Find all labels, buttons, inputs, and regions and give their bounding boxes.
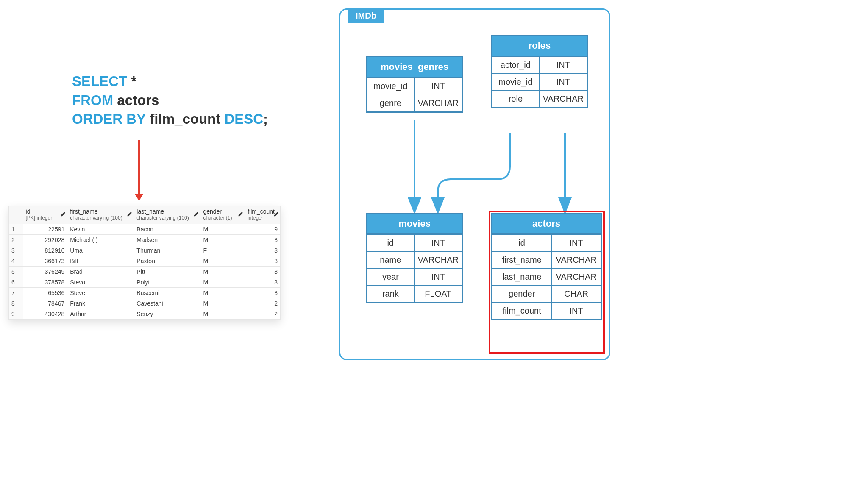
cell: M bbox=[200, 267, 245, 277]
row-number: 7 bbox=[9, 288, 23, 298]
entity-header: movies_genres bbox=[367, 57, 462, 78]
entity-column-row: yearINT bbox=[367, 269, 462, 286]
entity-columns: movie_idINTgenreVARCHAR bbox=[367, 78, 462, 112]
entity-column-name: gender bbox=[492, 286, 552, 303]
table-row: 122591KevinBaconM9 bbox=[9, 224, 281, 235]
row-number: 8 bbox=[9, 298, 23, 309]
entity-column-name: id bbox=[492, 235, 552, 252]
entity-columns: idINTnameVARCHARyearINTrankFLOAT bbox=[367, 234, 462, 303]
entity-column-type: INT bbox=[539, 74, 587, 91]
entity-column-row: film_countINT bbox=[492, 303, 601, 320]
table-row: 878467FrankCavestaniM2 bbox=[9, 298, 281, 309]
cell: 376249 bbox=[23, 267, 67, 277]
cell: Paxton bbox=[134, 256, 200, 267]
edit-icon[interactable] bbox=[193, 211, 198, 217]
entity-column-type: VARCHAR bbox=[414, 95, 462, 112]
arrow-down-icon bbox=[138, 140, 140, 195]
kw-from: FROM bbox=[72, 92, 113, 108]
entity-column-row: movie_idINT bbox=[367, 78, 462, 95]
column-type: character (1) bbox=[203, 215, 242, 221]
cell: M bbox=[200, 235, 245, 245]
cell: F bbox=[200, 245, 245, 256]
edit-icon[interactable] bbox=[238, 211, 243, 217]
cell: 378578 bbox=[23, 277, 67, 288]
table-row: 3812916UmaThurmanF3 bbox=[9, 245, 281, 256]
cell: 3 bbox=[245, 235, 281, 245]
entity-actors: actors idINTfirst_nameVARCHARlast_nameVA… bbox=[491, 213, 602, 320]
column-type: character varying (100) bbox=[70, 215, 131, 221]
cell: Cavestani bbox=[134, 298, 200, 309]
cell: Kevin bbox=[67, 224, 134, 235]
row-number: 6 bbox=[9, 277, 23, 288]
entity-header: roles bbox=[492, 36, 587, 56]
cell: 2 bbox=[245, 309, 281, 320]
column-name: id bbox=[26, 208, 65, 215]
entity-column-name: name bbox=[367, 252, 415, 269]
sql-orderby-col: film_count bbox=[146, 111, 224, 127]
entity-column-row: genreVARCHAR bbox=[367, 95, 462, 112]
column-type: [PK] integer bbox=[26, 215, 65, 221]
entity-column-name: actor_id bbox=[492, 57, 540, 74]
cell: Brad bbox=[67, 267, 134, 277]
cell: Stevo bbox=[67, 277, 134, 288]
sql-semicolon: ; bbox=[263, 111, 268, 127]
sql-query: SELECT * FROM actors ORDER BY film_count… bbox=[72, 72, 268, 129]
cell: M bbox=[200, 298, 245, 309]
result-table: id[PK] integerfirst_namecharacter varyin… bbox=[8, 206, 281, 320]
entity-roles: roles actor_idINTmovie_idINTroleVARCHAR bbox=[491, 35, 588, 108]
entity-columns: idINTfirst_nameVARCHARlast_nameVARCHARge… bbox=[492, 234, 601, 320]
table-row: 4366173BillPaxtonM3 bbox=[9, 256, 281, 267]
kw-select: SELECT bbox=[72, 73, 127, 89]
entity-column-type: INT bbox=[552, 235, 601, 252]
entity-column-name: rank bbox=[367, 286, 415, 303]
entity-column-type: FLOAT bbox=[414, 286, 462, 303]
cell: Thurman bbox=[134, 245, 200, 256]
entity-column-type: VARCHAR bbox=[552, 252, 601, 269]
cell: M bbox=[200, 277, 245, 288]
cell: 78467 bbox=[23, 298, 67, 309]
entity-column-type: INT bbox=[414, 269, 462, 286]
cell: M bbox=[200, 224, 245, 235]
edit-icon[interactable] bbox=[273, 211, 278, 217]
cell: 430428 bbox=[23, 309, 67, 320]
cell: Michael (I) bbox=[67, 235, 134, 245]
entity-column-row: nameVARCHAR bbox=[367, 252, 462, 269]
cell: 3 bbox=[245, 277, 281, 288]
cell: 22591 bbox=[23, 224, 67, 235]
entity-column-name: year bbox=[367, 269, 415, 286]
row-number: 5 bbox=[9, 267, 23, 277]
kw-orderby: ORDER BY bbox=[72, 111, 146, 127]
entity-column-name: movie_id bbox=[367, 78, 415, 95]
row-number: 2 bbox=[9, 235, 23, 245]
entity-column-type: CHAR bbox=[552, 286, 601, 303]
entity-header: movies bbox=[367, 214, 462, 234]
entity-column-row: first_nameVARCHAR bbox=[492, 252, 601, 269]
entity-header: actors bbox=[492, 214, 601, 234]
column-name: first_name bbox=[70, 208, 131, 215]
cell: Arthur bbox=[67, 309, 134, 320]
cell: Steve bbox=[67, 288, 134, 298]
entity-column-row: movie_idINT bbox=[492, 74, 587, 91]
sql-star: * bbox=[127, 73, 136, 89]
cell: Uma bbox=[67, 245, 134, 256]
entity-column-name: last_name bbox=[492, 269, 552, 286]
entity-column-name: id bbox=[367, 235, 415, 252]
table-row: 765536SteveBuscemiM3 bbox=[9, 288, 281, 298]
column-header: first_namecharacter varying (100) bbox=[67, 206, 134, 224]
entity-column-type: VARCHAR bbox=[539, 91, 587, 108]
entity-column-name: film_count bbox=[492, 303, 552, 320]
cell: Polyi bbox=[134, 277, 200, 288]
column-name: gender bbox=[203, 208, 242, 215]
cell: Frank bbox=[67, 298, 134, 309]
column-header: last_namecharacter varying (100) bbox=[134, 206, 200, 224]
edit-icon[interactable] bbox=[127, 211, 132, 217]
cell: Buscemi bbox=[134, 288, 200, 298]
entity-column-name: genre bbox=[367, 95, 415, 112]
cell: M bbox=[200, 288, 245, 298]
cell: M bbox=[200, 256, 245, 267]
cell: 366173 bbox=[23, 256, 67, 267]
table-row: 6378578StevoPolyiM3 bbox=[9, 277, 281, 288]
edit-icon[interactable] bbox=[60, 211, 65, 217]
entity-movies: movies idINTnameVARCHARyearINTrankFLOAT bbox=[366, 213, 463, 303]
entity-column-name: first_name bbox=[492, 252, 552, 269]
